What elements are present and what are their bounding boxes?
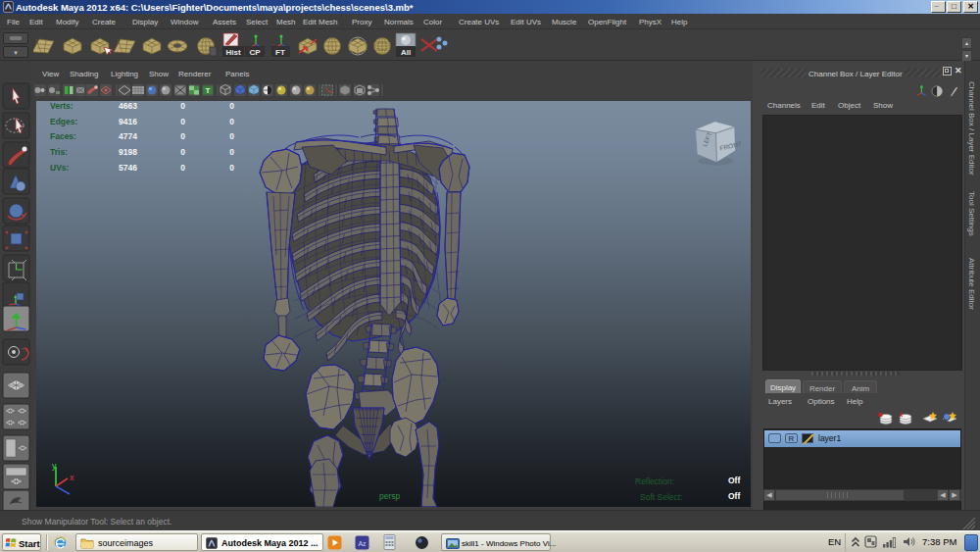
- svg-text:Az: Az: [358, 540, 367, 547]
- svg-text:x: x: [70, 473, 74, 482]
- svg-text:T: T: [206, 86, 211, 95]
- svg-text:CP: CP: [249, 48, 261, 57]
- svg-text:All: All: [401, 48, 411, 57]
- svg-text:y: y: [52, 461, 57, 471]
- svg-text:FT: FT: [275, 48, 285, 57]
- svg-text:Hist: Hist: [225, 48, 240, 57]
